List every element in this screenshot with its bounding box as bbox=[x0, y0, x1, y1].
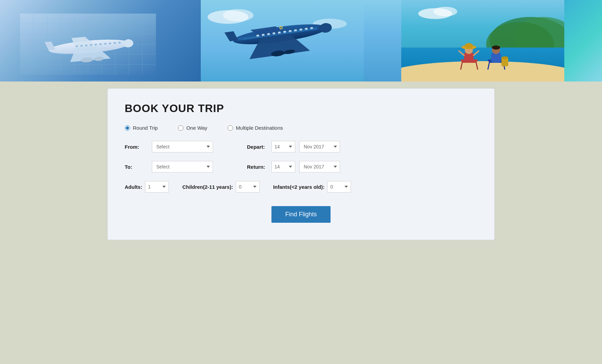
depart-label: Depart: bbox=[247, 144, 267, 150]
svg-rect-23 bbox=[75, 46, 78, 48]
infants-label: Infants(<2 years old): bbox=[273, 184, 324, 190]
svg-rect-30 bbox=[109, 42, 111, 44]
children-label: Children(2-11 years): bbox=[182, 184, 233, 190]
booking-title: BOOK YOUR TRIP bbox=[125, 102, 477, 115]
hero-image-3 bbox=[401, 0, 602, 81]
svg-point-84 bbox=[433, 7, 457, 16]
passengers-row: Adults: 1 234 56 Children(2-11 years): 0… bbox=[125, 181, 477, 193]
one-way-option[interactable]: One Way bbox=[178, 125, 207, 131]
booking-form-container: BOOK YOUR TRIP Round Trip One Way Multip… bbox=[107, 88, 495, 240]
svg-point-71 bbox=[465, 43, 473, 49]
svg-point-63 bbox=[401, 61, 564, 81]
round-trip-label: Round Trip bbox=[133, 125, 158, 131]
from-label: From: bbox=[125, 144, 145, 150]
one-way-label: One Way bbox=[186, 125, 207, 131]
svg-rect-26 bbox=[90, 44, 92, 46]
adults-label: Adults: bbox=[125, 184, 142, 190]
to-select[interactable]: Select bbox=[152, 161, 213, 172]
depart-month-select[interactable]: Nov 2017 Dec 2017 Jan 2018 bbox=[299, 141, 340, 152]
svg-rect-31 bbox=[113, 42, 116, 44]
svg-point-82 bbox=[501, 56, 508, 59]
svg-rect-25 bbox=[85, 44, 87, 47]
round-trip-radio[interactable] bbox=[125, 125, 130, 131]
adults-select[interactable]: 1 234 56 bbox=[145, 181, 169, 193]
svg-point-35 bbox=[223, 9, 253, 21]
multiple-destinations-option[interactable]: Multiple Destinations bbox=[228, 125, 283, 131]
button-row: Find Flights bbox=[125, 203, 477, 223]
multiple-destinations-label: Multiple Destinations bbox=[236, 125, 283, 131]
to-label: To: bbox=[125, 164, 145, 170]
adults-group: Adults: 1 234 56 bbox=[125, 181, 169, 193]
svg-rect-28 bbox=[99, 43, 102, 45]
from-depart-row: From: Select Depart: 14 123 456 789 1011… bbox=[125, 141, 477, 152]
return-month-select[interactable]: Nov 2017 Dec 2017 bbox=[299, 161, 340, 172]
svg-rect-27 bbox=[94, 44, 97, 46]
find-flights-button[interactable]: Find Flights bbox=[271, 206, 330, 223]
one-way-radio[interactable] bbox=[178, 125, 183, 131]
svg-point-80 bbox=[492, 46, 500, 50]
from-select[interactable]: Select bbox=[152, 141, 213, 152]
trip-type-group: Round Trip One Way Multiple Destinations bbox=[125, 125, 477, 131]
svg-text:✿: ✿ bbox=[279, 25, 283, 31]
svg-rect-24 bbox=[80, 45, 83, 47]
svg-rect-29 bbox=[104, 43, 106, 45]
return-label: Return: bbox=[247, 164, 267, 170]
hero-banner: ✿ bbox=[0, 0, 602, 81]
round-trip-option[interactable]: Round Trip bbox=[125, 125, 158, 131]
svg-rect-78 bbox=[491, 53, 501, 63]
return-day-select[interactable]: 14 12 bbox=[271, 161, 295, 172]
svg-rect-32 bbox=[118, 42, 121, 44]
infants-select[interactable]: 0 12 bbox=[327, 181, 351, 193]
to-return-row: To: Select Return: 14 12 Nov 2017 Dec 20… bbox=[125, 161, 477, 172]
depart-day-select[interactable]: 14 123 456 789 101112 1315 bbox=[271, 141, 295, 152]
hero-image-2: ✿ bbox=[201, 0, 402, 81]
children-group: Children(2-11 years): 0 123 bbox=[182, 181, 260, 193]
children-select[interactable]: 0 123 bbox=[236, 181, 260, 193]
svg-rect-68 bbox=[464, 53, 474, 63]
hero-image-1 bbox=[0, 0, 201, 81]
multiple-destinations-radio[interactable] bbox=[228, 125, 233, 131]
infants-group: Infants(<2 years old): 0 12 bbox=[273, 181, 351, 193]
